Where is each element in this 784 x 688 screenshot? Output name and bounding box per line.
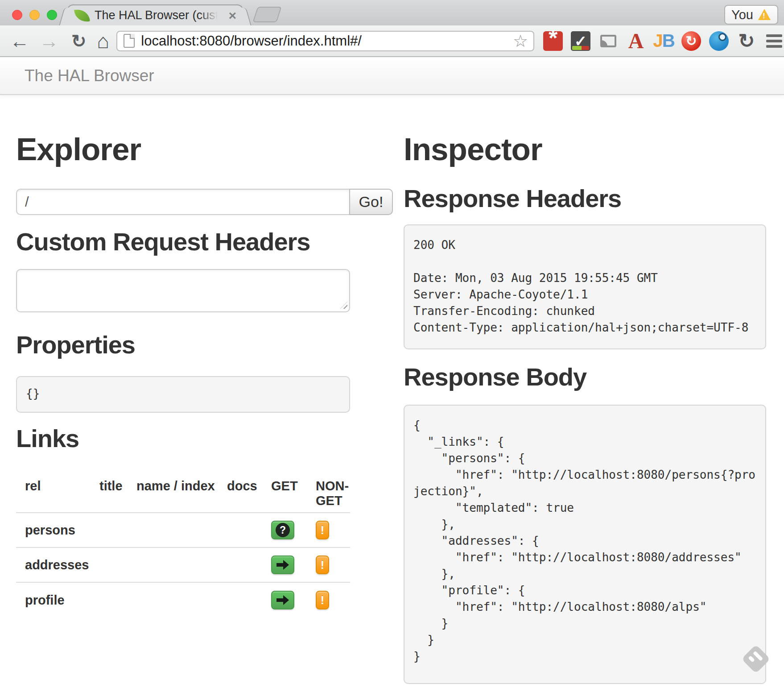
close-icon[interactable]: × xyxy=(228,9,236,22)
arrow-right-icon xyxy=(276,595,289,605)
explorer-column: Explorer Go! Custom Request Headers Prop… xyxy=(16,95,394,684)
non-get-button[interactable]: ! xyxy=(316,555,329,574)
rel-label: addresses xyxy=(16,558,99,572)
browser-window: The HAL Browser (customiza × You ← → ↻ ⌂… xyxy=(0,0,784,688)
address-input-group: Go! xyxy=(16,189,394,215)
get-button[interactable] xyxy=(271,591,294,609)
extensions-row: * ✓ A JB ↻ ↻ xyxy=(543,31,784,51)
resource-path-input[interactable] xyxy=(16,189,350,215)
rel-label: profile xyxy=(16,593,99,608)
rel-label: persons xyxy=(16,523,99,538)
question-icon: ? xyxy=(276,523,290,537)
close-window-button[interactable] xyxy=(12,10,22,20)
reload-icon[interactable]: ↻ xyxy=(71,32,87,50)
exclamation-icon: ! xyxy=(321,559,324,572)
table-row: persons ? ! xyxy=(16,513,350,548)
table-row: addresses ! xyxy=(16,548,350,583)
get-button[interactable] xyxy=(271,555,294,574)
profile-label: You xyxy=(731,8,753,22)
url-text[interactable]: localhost:8080/browser/index.html#/ xyxy=(141,33,513,49)
browser-toolbar: ← → ↻ ⌂ localhost:8080/browser/index.htm… xyxy=(0,25,784,57)
inspector-title: Inspector xyxy=(404,133,766,166)
jetbrains-icon[interactable]: JB xyxy=(654,31,673,51)
links-table-header: rel title name / index docs GET NON-GET xyxy=(16,468,350,513)
page-content: Explorer Go! Custom Request Headers Prop… xyxy=(0,95,784,684)
tab-strip: The HAL Browser (customiza × You xyxy=(0,0,784,25)
url-host: localhost xyxy=(141,33,195,49)
new-tab-button[interactable] xyxy=(252,7,281,22)
col-title: title xyxy=(99,479,136,508)
table-row: profile ! xyxy=(16,583,350,618)
url-path: :8080/browser/index.html#/ xyxy=(196,33,362,49)
properties-value: {} xyxy=(16,376,350,413)
get-button[interactable]: ? xyxy=(271,521,294,539)
page-icon xyxy=(124,34,135,48)
non-get-button[interactable]: ! xyxy=(316,521,329,539)
checker-icon[interactable]: ✓ xyxy=(571,31,590,51)
lastpass-icon[interactable]: * xyxy=(543,31,563,51)
non-get-button[interactable]: ! xyxy=(316,591,329,609)
arrow-right-icon xyxy=(276,560,289,570)
browser-tab[interactable]: The HAL Browser (customiza × xyxy=(67,4,243,25)
warning-icon xyxy=(758,9,771,21)
col-non-get: NON-GET xyxy=(316,479,350,508)
col-rel: rel xyxy=(16,479,99,508)
sync-red-icon[interactable]: ↻ xyxy=(681,31,701,51)
page-monitor-icon[interactable]: ↻ xyxy=(737,31,756,51)
properties-title: Properties xyxy=(16,332,394,358)
links-title: Links xyxy=(16,425,394,452)
page-navbar: The HAL Browser xyxy=(0,57,784,95)
custom-headers-wrap xyxy=(16,269,350,312)
page-brand: The HAL Browser xyxy=(25,66,154,85)
profile-button[interactable]: You xyxy=(724,5,778,25)
custom-request-headers-title: Custom Request Headers xyxy=(16,228,394,255)
links-table: rel title name / index docs GET NON-GET … xyxy=(16,468,350,618)
tab-title-fade xyxy=(200,7,222,25)
response-headers-title: Response Headers xyxy=(404,185,766,212)
pocket-blue-icon[interactable] xyxy=(709,31,729,51)
back-icon[interactable]: ← xyxy=(10,31,29,51)
inspector-column: Inspector Response Headers 200 OK Date: … xyxy=(404,95,766,684)
minimize-window-button[interactable] xyxy=(29,10,40,20)
col-name-index: name / index xyxy=(136,479,227,508)
go-button[interactable]: Go! xyxy=(349,189,393,215)
cast-icon[interactable] xyxy=(598,31,618,51)
address-bar[interactable]: localhost:8080/browser/index.html#/ ☆ xyxy=(116,31,534,51)
home-icon[interactable]: ⌂ xyxy=(97,31,110,51)
bookmark-star-icon[interactable]: ☆ xyxy=(513,31,528,51)
col-docs: docs xyxy=(227,479,271,508)
response-headers-panel: 200 OK Date: Mon, 03 Aug 2015 19:55:45 G… xyxy=(404,224,766,349)
response-body-title: Response Body xyxy=(404,364,766,390)
spring-leaf-icon xyxy=(74,8,90,23)
response-body-panel: { "_links": { "persons": { "href": "http… xyxy=(404,405,766,684)
exclamation-icon: ! xyxy=(321,594,324,607)
col-get: GET xyxy=(271,479,316,508)
forward-icon[interactable]: → xyxy=(39,31,59,51)
menu-icon[interactable] xyxy=(764,31,784,51)
custom-headers-textarea[interactable] xyxy=(16,269,350,312)
annotate-a-icon[interactable]: A xyxy=(626,31,646,51)
explorer-title: Explorer xyxy=(16,133,394,166)
fullscreen-window-button[interactable] xyxy=(47,10,57,20)
window-controls xyxy=(12,10,57,20)
exclamation-icon: ! xyxy=(321,524,324,537)
